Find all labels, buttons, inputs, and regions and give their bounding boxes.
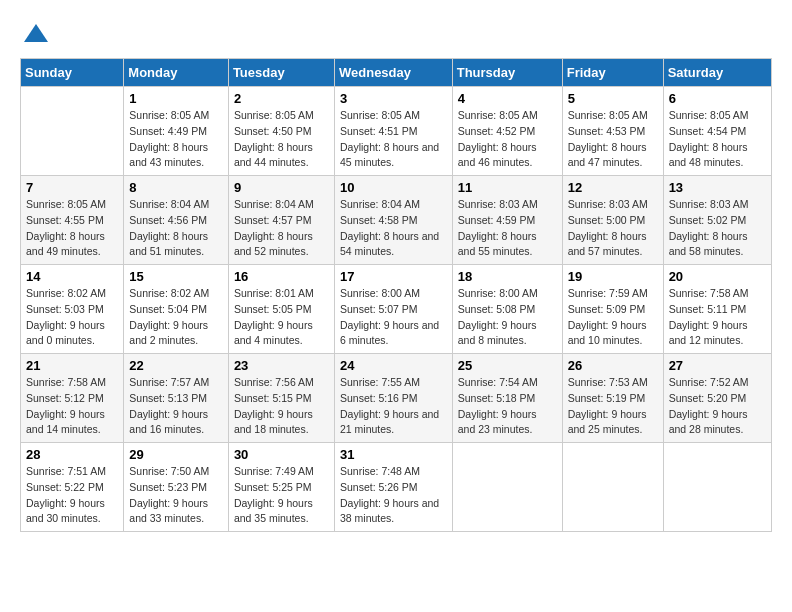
day-cell: 20 Sunrise: 7:58 AMSunset: 5:11 PMDaylig… xyxy=(663,265,771,354)
day-number: 4 xyxy=(458,91,557,106)
day-cell: 1 Sunrise: 8:05 AMSunset: 4:49 PMDayligh… xyxy=(124,87,229,176)
day-number: 16 xyxy=(234,269,329,284)
day-number: 22 xyxy=(129,358,223,373)
day-cell: 30 Sunrise: 7:49 AMSunset: 5:25 PMDaylig… xyxy=(228,443,334,532)
day-number: 19 xyxy=(568,269,658,284)
day-info: Sunrise: 8:00 AMSunset: 5:07 PMDaylight:… xyxy=(340,286,447,349)
day-info: Sunrise: 8:03 AMSunset: 5:02 PMDaylight:… xyxy=(669,197,766,260)
day-info: Sunrise: 8:00 AMSunset: 5:08 PMDaylight:… xyxy=(458,286,557,349)
day-info: Sunrise: 7:58 AMSunset: 5:11 PMDaylight:… xyxy=(669,286,766,349)
day-number: 29 xyxy=(129,447,223,462)
day-cell: 15 Sunrise: 8:02 AMSunset: 5:04 PMDaylig… xyxy=(124,265,229,354)
day-cell xyxy=(21,87,124,176)
day-info: Sunrise: 7:49 AMSunset: 5:25 PMDaylight:… xyxy=(234,464,329,527)
column-header-monday: Monday xyxy=(124,59,229,87)
day-number: 26 xyxy=(568,358,658,373)
day-info: Sunrise: 8:05 AMSunset: 4:55 PMDaylight:… xyxy=(26,197,118,260)
day-number: 25 xyxy=(458,358,557,373)
week-row-1: 1 Sunrise: 8:05 AMSunset: 4:49 PMDayligh… xyxy=(21,87,772,176)
day-info: Sunrise: 8:02 AMSunset: 5:04 PMDaylight:… xyxy=(129,286,223,349)
day-info: Sunrise: 8:04 AMSunset: 4:57 PMDaylight:… xyxy=(234,197,329,260)
day-info: Sunrise: 8:04 AMSunset: 4:56 PMDaylight:… xyxy=(129,197,223,260)
day-number: 2 xyxy=(234,91,329,106)
day-cell: 17 Sunrise: 8:00 AMSunset: 5:07 PMDaylig… xyxy=(334,265,452,354)
day-info: Sunrise: 7:52 AMSunset: 5:20 PMDaylight:… xyxy=(669,375,766,438)
day-cell: 24 Sunrise: 7:55 AMSunset: 5:16 PMDaylig… xyxy=(334,354,452,443)
column-header-saturday: Saturday xyxy=(663,59,771,87)
day-info: Sunrise: 7:55 AMSunset: 5:16 PMDaylight:… xyxy=(340,375,447,438)
day-info: Sunrise: 7:58 AMSunset: 5:12 PMDaylight:… xyxy=(26,375,118,438)
day-info: Sunrise: 8:05 AMSunset: 4:54 PMDaylight:… xyxy=(669,108,766,171)
day-number: 14 xyxy=(26,269,118,284)
day-cell xyxy=(663,443,771,532)
day-cell: 13 Sunrise: 8:03 AMSunset: 5:02 PMDaylig… xyxy=(663,176,771,265)
day-number: 15 xyxy=(129,269,223,284)
calendar-table: SundayMondayTuesdayWednesdayThursdayFrid… xyxy=(20,58,772,532)
day-number: 30 xyxy=(234,447,329,462)
day-info: Sunrise: 7:48 AMSunset: 5:26 PMDaylight:… xyxy=(340,464,447,527)
day-cell: 23 Sunrise: 7:56 AMSunset: 5:15 PMDaylig… xyxy=(228,354,334,443)
day-number: 10 xyxy=(340,180,447,195)
day-number: 9 xyxy=(234,180,329,195)
day-number: 6 xyxy=(669,91,766,106)
day-info: Sunrise: 7:53 AMSunset: 5:19 PMDaylight:… xyxy=(568,375,658,438)
week-row-2: 7 Sunrise: 8:05 AMSunset: 4:55 PMDayligh… xyxy=(21,176,772,265)
day-cell: 4 Sunrise: 8:05 AMSunset: 4:52 PMDayligh… xyxy=(452,87,562,176)
day-number: 1 xyxy=(129,91,223,106)
day-cell: 19 Sunrise: 7:59 AMSunset: 5:09 PMDaylig… xyxy=(562,265,663,354)
day-info: Sunrise: 8:04 AMSunset: 4:58 PMDaylight:… xyxy=(340,197,447,260)
week-row-5: 28 Sunrise: 7:51 AMSunset: 5:22 PMDaylig… xyxy=(21,443,772,532)
day-cell: 6 Sunrise: 8:05 AMSunset: 4:54 PMDayligh… xyxy=(663,87,771,176)
logo xyxy=(20,20,50,48)
day-info: Sunrise: 7:54 AMSunset: 5:18 PMDaylight:… xyxy=(458,375,557,438)
column-header-thursday: Thursday xyxy=(452,59,562,87)
week-row-3: 14 Sunrise: 8:02 AMSunset: 5:03 PMDaylig… xyxy=(21,265,772,354)
day-number: 27 xyxy=(669,358,766,373)
day-info: Sunrise: 8:05 AMSunset: 4:50 PMDaylight:… xyxy=(234,108,329,171)
day-cell: 9 Sunrise: 8:04 AMSunset: 4:57 PMDayligh… xyxy=(228,176,334,265)
day-cell: 11 Sunrise: 8:03 AMSunset: 4:59 PMDaylig… xyxy=(452,176,562,265)
column-header-tuesday: Tuesday xyxy=(228,59,334,87)
day-number: 13 xyxy=(669,180,766,195)
day-cell xyxy=(452,443,562,532)
day-info: Sunrise: 8:03 AMSunset: 5:00 PMDaylight:… xyxy=(568,197,658,260)
day-number: 21 xyxy=(26,358,118,373)
day-info: Sunrise: 7:51 AMSunset: 5:22 PMDaylight:… xyxy=(26,464,118,527)
day-cell: 3 Sunrise: 8:05 AMSunset: 4:51 PMDayligh… xyxy=(334,87,452,176)
column-header-sunday: Sunday xyxy=(21,59,124,87)
day-number: 7 xyxy=(26,180,118,195)
day-info: Sunrise: 8:02 AMSunset: 5:03 PMDaylight:… xyxy=(26,286,118,349)
day-cell: 26 Sunrise: 7:53 AMSunset: 5:19 PMDaylig… xyxy=(562,354,663,443)
day-info: Sunrise: 7:59 AMSunset: 5:09 PMDaylight:… xyxy=(568,286,658,349)
day-cell: 29 Sunrise: 7:50 AMSunset: 5:23 PMDaylig… xyxy=(124,443,229,532)
day-number: 18 xyxy=(458,269,557,284)
week-row-4: 21 Sunrise: 7:58 AMSunset: 5:12 PMDaylig… xyxy=(21,354,772,443)
column-header-friday: Friday xyxy=(562,59,663,87)
day-info: Sunrise: 8:05 AMSunset: 4:52 PMDaylight:… xyxy=(458,108,557,171)
svg-marker-0 xyxy=(24,24,48,42)
day-number: 12 xyxy=(568,180,658,195)
day-number: 17 xyxy=(340,269,447,284)
day-info: Sunrise: 8:03 AMSunset: 4:59 PMDaylight:… xyxy=(458,197,557,260)
day-info: Sunrise: 8:01 AMSunset: 5:05 PMDaylight:… xyxy=(234,286,329,349)
day-info: Sunrise: 8:05 AMSunset: 4:53 PMDaylight:… xyxy=(568,108,658,171)
day-number: 31 xyxy=(340,447,447,462)
day-cell: 18 Sunrise: 8:00 AMSunset: 5:08 PMDaylig… xyxy=(452,265,562,354)
day-cell: 22 Sunrise: 7:57 AMSunset: 5:13 PMDaylig… xyxy=(124,354,229,443)
day-number: 24 xyxy=(340,358,447,373)
day-cell: 5 Sunrise: 8:05 AMSunset: 4:53 PMDayligh… xyxy=(562,87,663,176)
header-row: SundayMondayTuesdayWednesdayThursdayFrid… xyxy=(21,59,772,87)
day-cell xyxy=(562,443,663,532)
day-info: Sunrise: 8:05 AMSunset: 4:49 PMDaylight:… xyxy=(129,108,223,171)
day-info: Sunrise: 7:57 AMSunset: 5:13 PMDaylight:… xyxy=(129,375,223,438)
header xyxy=(20,20,772,48)
day-number: 11 xyxy=(458,180,557,195)
day-cell: 16 Sunrise: 8:01 AMSunset: 5:05 PMDaylig… xyxy=(228,265,334,354)
day-number: 28 xyxy=(26,447,118,462)
day-cell: 25 Sunrise: 7:54 AMSunset: 5:18 PMDaylig… xyxy=(452,354,562,443)
day-info: Sunrise: 7:56 AMSunset: 5:15 PMDaylight:… xyxy=(234,375,329,438)
day-cell: 7 Sunrise: 8:05 AMSunset: 4:55 PMDayligh… xyxy=(21,176,124,265)
day-cell: 27 Sunrise: 7:52 AMSunset: 5:20 PMDaylig… xyxy=(663,354,771,443)
logo-icon xyxy=(22,20,50,48)
day-cell: 21 Sunrise: 7:58 AMSunset: 5:12 PMDaylig… xyxy=(21,354,124,443)
